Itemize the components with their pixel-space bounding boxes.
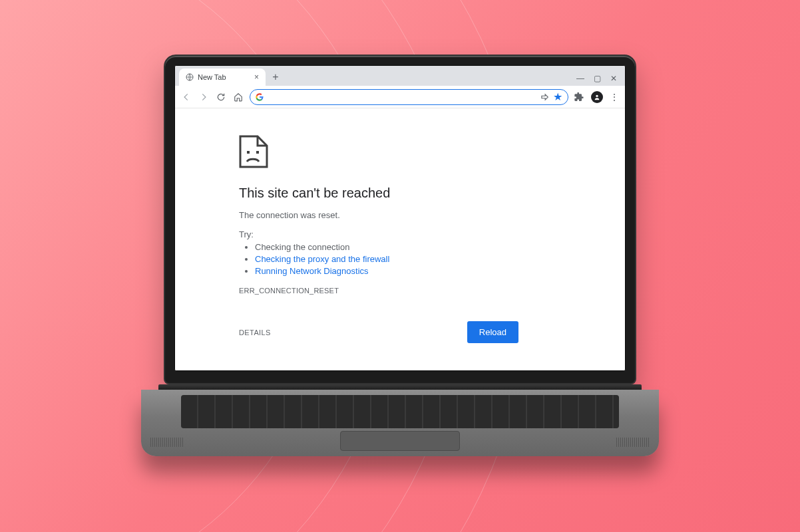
address-input[interactable] <box>268 92 536 102</box>
window-close-icon[interactable]: ✕ <box>610 74 617 83</box>
nav-home-icon[interactable] <box>232 91 244 103</box>
svg-rect-2 <box>247 151 250 154</box>
globe-icon <box>186 73 194 81</box>
suggestion-item: Checking the connection <box>255 242 625 252</box>
network-diagnostics-link[interactable]: Running Network Diagnostics <box>255 266 369 276</box>
window-controls: — ▢ ✕ <box>576 74 621 83</box>
address-bar[interactable]: ★ <box>250 89 568 105</box>
tab-title: New Tab <box>198 73 226 81</box>
proxy-firewall-link[interactable]: Checking the proxy and the firewall <box>255 254 389 264</box>
extensions-icon[interactable] <box>574 92 584 102</box>
browser-tab[interactable]: New Tab × <box>179 68 266 86</box>
profile-avatar[interactable] <box>591 91 603 103</box>
error-page: This site can't be reached The connectio… <box>175 108 625 370</box>
laptop-trackpad <box>340 431 460 451</box>
reload-button[interactable]: Reload <box>467 321 518 343</box>
nav-reload-icon[interactable] <box>215 91 227 103</box>
browser-toolbar: ★ ⋮ <box>175 86 625 108</box>
laptop-keyboard <box>181 395 619 428</box>
suggestion-item: Running Network Diagnostics <box>255 266 625 276</box>
suggestion-list: Checking the connection Checking the pro… <box>239 242 625 276</box>
nav-back-icon[interactable] <box>180 91 192 103</box>
window-minimize-icon[interactable]: — <box>576 74 584 83</box>
google-g-icon <box>256 93 264 101</box>
try-label: Try: <box>239 229 625 239</box>
tab-close-icon[interactable]: × <box>254 72 259 82</box>
share-icon[interactable] <box>540 92 549 102</box>
error-title: This site can't be reached <box>239 186 625 201</box>
sad-file-icon <box>239 135 625 171</box>
menu-dots-icon[interactable]: ⋮ <box>610 92 620 102</box>
error-code: ERR_CONNECTION_RESET <box>239 287 625 295</box>
browser-window: New Tab × + — ▢ ✕ <box>174 65 626 371</box>
suggestion-item: Checking the proxy and the firewall <box>255 254 625 264</box>
nav-forward-icon[interactable] <box>198 91 210 103</box>
error-subtitle: The connection was reset. <box>239 210 625 220</box>
window-maximize-icon[interactable]: ▢ <box>594 74 601 83</box>
svg-point-1 <box>596 94 598 96</box>
details-button[interactable]: DETAILS <box>239 329 271 336</box>
bookmark-star-icon[interactable]: ★ <box>553 90 562 103</box>
new-tab-button[interactable]: + <box>268 70 283 84</box>
laptop-frame: New Tab × + — ▢ ✕ <box>164 55 636 456</box>
svg-rect-3 <box>256 151 259 154</box>
tab-strip: New Tab × + — ▢ ✕ <box>175 66 625 86</box>
